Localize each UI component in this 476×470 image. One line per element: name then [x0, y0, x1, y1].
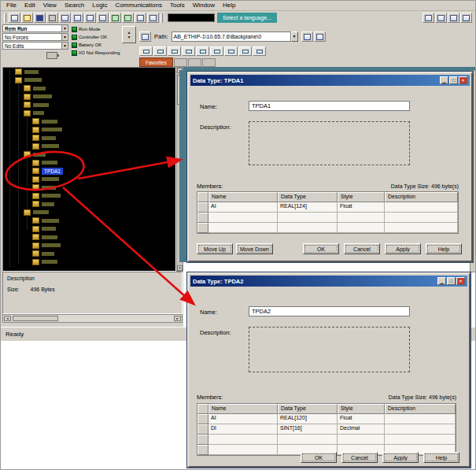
tree-item[interactable] — [3, 258, 175, 267]
description-input[interactable] — [249, 121, 410, 165]
otu-icon[interactable] — [224, 46, 238, 56]
row-selector[interactable] — [197, 424, 208, 435]
tree-item[interactable] — [3, 159, 175, 168]
verify-icon[interactable] — [135, 13, 146, 23]
scroll-right-icon[interactable]: ► — [174, 316, 181, 321]
members-table[interactable]: NameData TypeStyleDescriptionAIREAL[124]… — [197, 191, 459, 234]
close-button[interactable]: × — [459, 76, 467, 84]
name-input[interactable] — [249, 101, 410, 111]
toolbar-grip[interactable] — [4, 13, 6, 23]
open-icon[interactable] — [21, 13, 33, 23]
chevron-down-icon[interactable]: ▼ — [61, 25, 68, 31]
tree-item[interactable] — [3, 183, 175, 192]
name-input[interactable] — [249, 306, 410, 316]
tree-item[interactable] — [3, 150, 175, 159]
paste-icon[interactable] — [84, 13, 96, 23]
scroll-down-icon[interactable]: ▼ — [177, 265, 183, 271]
tab-stub[interactable] — [188, 58, 201, 67]
undo-icon[interactable] — [97, 13, 109, 23]
ton-icon[interactable] — [238, 46, 252, 56]
tree-item[interactable] — [3, 93, 175, 102]
tree-item[interactable] — [3, 109, 175, 118]
tree-item[interactable] — [3, 117, 175, 126]
minimize-button[interactable]: ▁ — [437, 277, 446, 285]
cancel-button[interactable]: Cancel — [341, 452, 378, 463]
tree-item[interactable] — [3, 216, 175, 225]
tab-stub[interactable] — [174, 58, 187, 67]
toolbar-grip[interactable] — [161, 13, 163, 23]
xic-icon[interactable] — [168, 46, 181, 56]
tree-item[interactable] — [3, 101, 175, 109]
menu-file[interactable]: File — [2, 1, 20, 10]
ok-button[interactable]: OK — [301, 452, 337, 463]
menu-help[interactable]: Help — [219, 1, 239, 10]
help-button[interactable]: Help — [426, 243, 462, 254]
description-input[interactable] — [249, 327, 410, 372]
help-icon[interactable] — [422, 13, 434, 23]
xio-icon[interactable] — [182, 46, 195, 56]
row-selector[interactable] — [197, 213, 208, 223]
apply-button[interactable]: Apply — [382, 452, 419, 463]
tab-stub[interactable] — [202, 58, 216, 67]
tree-item[interactable]: TPDA1 — [3, 167, 175, 176]
tree-item[interactable] — [3, 76, 175, 85]
row-selector[interactable] — [197, 223, 208, 233]
otl-icon[interactable] — [210, 46, 223, 56]
rung-icon[interactable] — [139, 46, 153, 56]
menu-search[interactable]: Search — [61, 1, 88, 10]
cancel-button[interactable]: Cancel — [344, 243, 380, 254]
copy-icon[interactable] — [72, 13, 83, 23]
redo-icon[interactable] — [109, 13, 121, 23]
options-icon[interactable] — [460, 13, 472, 23]
branch-icon[interactable] — [153, 46, 167, 56]
apply-button[interactable]: Apply — [385, 243, 421, 254]
who-active-icon[interactable] — [139, 31, 151, 42]
tree-item[interactable] — [3, 134, 175, 142]
table-row[interactable]: DISINT[16]Decimal — [197, 424, 456, 435]
edits-dropdown[interactable]: No Edits ▼ — [2, 42, 68, 50]
table-row[interactable]: AIREAL[120]Float — [197, 414, 456, 424]
table-row[interactable] — [197, 223, 458, 233]
maximize-button[interactable]: □ — [449, 76, 458, 84]
language-selector[interactable]: Select a language... — [217, 13, 277, 23]
menu-tools[interactable]: Tools — [166, 1, 189, 10]
tree-item[interactable] — [3, 142, 175, 151]
menu-window[interactable]: Window — [189, 1, 219, 10]
online-edit-combo[interactable] — [168, 13, 215, 22]
tree-item[interactable] — [3, 68, 175, 76]
maximize-button[interactable]: □ — [447, 277, 456, 285]
menu-logic[interactable]: Logic — [88, 1, 111, 10]
cut-icon[interactable] — [59, 13, 71, 23]
new-icon[interactable] — [9, 13, 20, 23]
close-button[interactable]: × — [456, 277, 465, 285]
forces-dropdown[interactable]: No Forces ▼ — [2, 33, 68, 41]
chevron-down-icon[interactable]: ▼ — [291, 31, 298, 42]
search-icon[interactable] — [122, 13, 134, 23]
quick-view-hscrollbar[interactable]: ◄ ► — [2, 314, 183, 323]
row-selector[interactable] — [197, 202, 208, 213]
tree-item[interactable] — [3, 209, 175, 217]
table-row[interactable] — [197, 435, 456, 445]
print-icon[interactable] — [46, 13, 58, 23]
tree-item[interactable] — [3, 84, 175, 93]
properties-icon[interactable] — [448, 13, 459, 23]
row-selector[interactable] — [197, 435, 208, 445]
dialog-title-bar[interactable]: Data Type: TPDA1 ▁ □ × — [190, 75, 470, 86]
whats-this-icon[interactable] — [435, 13, 447, 23]
table-row[interactable]: AIREAL[124]Float — [197, 202, 458, 213]
controller-mode-dropdown[interactable]: Rem Run ▼ — [2, 24, 68, 32]
ok-button[interactable]: OK — [303, 243, 339, 254]
download-icon[interactable] — [314, 31, 326, 42]
tree-item[interactable] — [3, 233, 175, 242]
move-up-button[interactable]: Move Up — [197, 243, 233, 254]
tree-item[interactable] — [3, 176, 175, 184]
ote-icon[interactable] — [196, 46, 209, 56]
scrollbar-thumb[interactable] — [13, 316, 58, 321]
tree-item[interactable] — [3, 250, 175, 258]
tree-item[interactable] — [3, 200, 175, 209]
row-selector[interactable] — [197, 414, 208, 424]
path-combo[interactable]: AB_ETHIP-1\10.65.7.6\Backplane\0 — [172, 31, 291, 42]
tree-item[interactable] — [3, 192, 175, 201]
dialog-title-bar[interactable]: Data Type: TPDA2 ▁ □ × — [190, 276, 467, 287]
move-down-button[interactable]: Move Down — [236, 243, 273, 254]
